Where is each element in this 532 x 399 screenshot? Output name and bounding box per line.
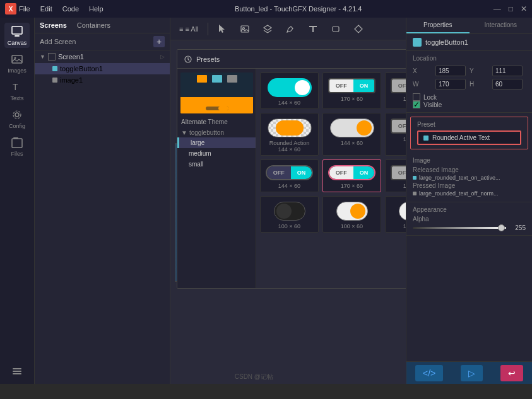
image-dot <box>52 78 57 83</box>
preset-card-3[interactable]: OFF ON 170 × 60 <box>385 72 406 109</box>
preset-card-6[interactable]: OFF ON 170 × 60 <box>385 113 406 156</box>
svg-marker-15 <box>264 25 271 30</box>
svg-rect-20 <box>312 27 314 32</box>
xy-row: X Y <box>413 64 526 78</box>
alpha-slider[interactable] <box>413 227 506 229</box>
appearance-section: Appearance Alpha 255 <box>406 202 532 236</box>
sidebar-item-files[interactable]: Files <box>4 134 30 159</box>
preset-card-10[interactable]: 100 × 60 <box>260 196 319 233</box>
right-panel-header: Properties Interactions <box>406 18 532 34</box>
size-small[interactable]: small <box>177 159 256 170</box>
pen-tool[interactable] <box>281 22 299 36</box>
close-button[interactable]: ✕ <box>521 4 527 13</box>
released-label: Released Image <box>413 166 526 173</box>
menu-bar[interactable]: File Edit Code Help <box>19 5 103 13</box>
svg-rect-19 <box>312 26 314 27</box>
add-screen-button[interactable]: + <box>153 36 165 47</box>
screen1-chevron[interactable]: ▼ <box>40 54 45 60</box>
watermark: CSDN @记帖 <box>235 373 273 381</box>
svg-line-16 <box>264 30 268 33</box>
presets-body: Alternate Theme ▼ togglebutton large med… <box>177 69 406 288</box>
menu-code[interactable]: Code <box>62 5 79 13</box>
cursor-tool[interactable] <box>213 22 231 36</box>
released-value-row: large_rounded_text_on_active... <box>413 173 526 182</box>
preset-card-5[interactable]: 144 × 60 <box>322 113 381 156</box>
preset-card-9[interactable]: OFF ON 170 × 60 <box>385 159 406 192</box>
svg-point-3 <box>15 57 16 59</box>
preset-card-12[interactable]: 100 × 60 <box>385 196 406 233</box>
thumb-icons <box>180 75 253 83</box>
image-section: Image Released Image large_rounded_text_… <box>406 153 532 202</box>
tab-containers[interactable]: Containers <box>77 21 110 29</box>
layer-tool[interactable] <box>259 22 276 36</box>
more-tool[interactable] <box>350 22 367 36</box>
w-input[interactable] <box>435 79 466 90</box>
prop-name-icon <box>413 38 422 47</box>
presets-left: Alternate Theme ▼ togglebutton large med… <box>177 69 256 288</box>
toggle-button1-item[interactable]: toggleButton1 <box>35 63 170 74</box>
code-button[interactable]: </> <box>415 365 443 381</box>
visible-checkbox[interactable]: ✓ <box>413 101 420 108</box>
preset-card-11[interactable]: 100 × 60 <box>322 196 381 233</box>
pill-off-6: OFF <box>392 120 406 132</box>
window-controls[interactable]: — □ ✕ <box>494 4 527 13</box>
maximize-button[interactable]: □ <box>509 4 513 13</box>
add-screen-row: Add Screen + <box>35 33 170 50</box>
all-button[interactable]: ≡ ≡ All <box>175 23 203 35</box>
window-title: Button_led - TouchGFX Designer - 4.21.4 <box>235 5 362 13</box>
sidebar-item-menu[interactable] <box>4 359 30 384</box>
y-label: Y <box>470 67 488 74</box>
image-tool[interactable] <box>236 22 254 36</box>
sidebar-item-canvas[interactable]: Canvas <box>4 23 30 48</box>
sidebar-item-config[interactable]: Config <box>4 106 30 131</box>
toggle-dot <box>52 66 57 71</box>
screen1-icon <box>48 53 56 61</box>
x-label: X <box>413 67 432 74</box>
group-chevron[interactable]: ▼ <box>181 129 187 136</box>
sidebar-label-config: Config <box>9 123 25 129</box>
back-button[interactable]: ↩ <box>500 365 523 381</box>
preset-card-8[interactable]: OFF ON 170 × 60 <box>322 159 381 192</box>
pressed-dot <box>413 192 417 195</box>
pill-off-3: OFF <box>392 79 406 92</box>
app-logo: X <box>5 3 16 14</box>
svg-rect-10 <box>13 371 21 372</box>
y-input[interactable] <box>492 66 523 76</box>
all-icon: ≡ <box>179 25 183 33</box>
minimize-button[interactable]: — <box>494 4 501 13</box>
size-medium[interactable]: medium <box>177 148 256 159</box>
menu-file[interactable]: File <box>19 5 30 13</box>
text-tool[interactable] <box>304 22 322 36</box>
preset-card-1[interactable]: 144 × 60 <box>260 72 319 109</box>
preset-5-toggle <box>330 119 374 137</box>
preset-box[interactable]: Rounded Active Text <box>417 130 521 145</box>
tab-properties[interactable]: Properties <box>406 18 470 33</box>
sidebar-item-texts[interactable]: T Texts <box>4 78 30 103</box>
preset-card-7[interactable]: OFF ON 144 × 60 <box>260 159 319 192</box>
preset-dot <box>423 136 429 141</box>
preset-card-2[interactable]: OFF ON 170 × 60 <box>322 72 381 109</box>
tab-interactions[interactable]: Interactions <box>470 18 533 33</box>
svg-rect-11 <box>13 373 21 374</box>
tab-screens[interactable]: Screens <box>40 21 67 29</box>
svg-text:T: T <box>13 82 18 92</box>
svg-rect-21 <box>333 26 339 32</box>
play-button[interactable]: ▷ <box>461 365 483 381</box>
toggle-button1-name: toggleButton1 <box>60 65 103 72</box>
menu-edit[interactable]: Edit <box>40 5 52 13</box>
menu-help[interactable]: Help <box>89 5 103 13</box>
h-label: H <box>470 81 488 88</box>
screen1-name: Screen1 <box>58 53 84 61</box>
size-large[interactable]: large <box>177 137 256 148</box>
prop-name-text: toggleButton1 <box>425 38 468 46</box>
preset-card-4[interactable]: Rounded Action 144 × 60 <box>260 113 319 156</box>
svg-marker-22 <box>355 25 362 33</box>
alpha-row: Alpha <box>413 216 526 223</box>
shape-tool[interactable] <box>327 22 345 36</box>
x-input[interactable] <box>435 66 466 76</box>
image1-item[interactable]: image1 <box>35 74 170 86</box>
h-input[interactable] <box>492 79 523 90</box>
image1-name: image1 <box>60 76 83 84</box>
svg-rect-2 <box>12 55 22 63</box>
sidebar-item-images[interactable]: Images <box>4 50 30 76</box>
